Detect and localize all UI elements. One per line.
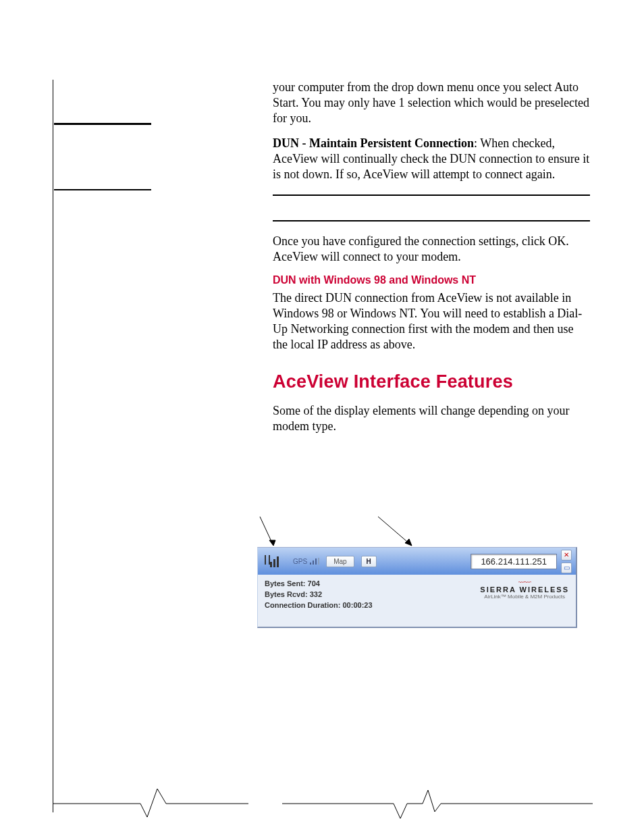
- dun98-paragraph: The direct DUN connection from AceView i…: [273, 290, 590, 353]
- gps-indicator: GPS: [293, 556, 321, 566]
- conn-duration-label: Connection Duration:: [265, 601, 340, 609]
- conn-duration-row: Connection Duration: 00:00:23: [265, 600, 373, 611]
- aceview-window: GPS Map H 166.214.111.251 ✕ ▭ Bytes Sent…: [257, 547, 577, 628]
- brand-name: SIERRA WIRELESS: [480, 586, 569, 594]
- minimize-button[interactable]: ▭: [561, 563, 572, 573]
- svg-rect-8: [315, 558, 317, 565]
- bytes-rcvd-row: Bytes Rcvd: 332: [265, 590, 373, 600]
- footer-heartbeat-icon: [53, 783, 593, 824]
- gps-signal-icon: [308, 556, 321, 566]
- bytes-rcvd-label: Bytes Rcvd:: [265, 590, 308, 598]
- h-button[interactable]: H: [361, 556, 377, 567]
- aceview-body: Bytes Sent: 704 Bytes Rcvd: 332 Connecti…: [258, 575, 576, 614]
- map-button[interactable]: Map: [326, 556, 354, 567]
- brand-subtitle: AirLink™ Mobile & M2M Products: [480, 594, 569, 600]
- window-buttons: ✕ ▭: [561, 550, 572, 573]
- dun-label: DUN - Maintain Persistent Connection: [273, 136, 474, 150]
- gps-label: GPS: [293, 558, 307, 565]
- intro-paragraph: your computer from the drop down menu on…: [273, 80, 590, 126]
- section-rule-top: [273, 194, 590, 196]
- svg-rect-7: [313, 561, 314, 565]
- svg-marker-1: [269, 540, 275, 546]
- ip-address-field[interactable]: 166.214.111.251: [471, 554, 557, 569]
- vertical-rule: [53, 80, 53, 812]
- page: your computer from the drop down menu on…: [0, 0, 644, 834]
- signal-icon: [263, 554, 279, 569]
- bytes-rcvd-value: 332: [310, 590, 322, 598]
- side-rule-1: [54, 123, 151, 125]
- bytes-sent-label: Bytes Sent:: [265, 579, 306, 588]
- connection-stats: Bytes Sent: 704 Bytes Rcvd: 332 Connecti…: [265, 579, 373, 611]
- conn-duration-value: 00:00:23: [343, 601, 373, 609]
- svg-rect-9: [318, 558, 319, 565]
- aceview-toolbar: GPS Map H 166.214.111.251 ✕ ▭: [258, 548, 576, 575]
- main-content: your computer from the drop down menu on…: [273, 80, 590, 444]
- features-paragraph: Some of the display elements will change…: [273, 403, 590, 434]
- section-rule-bottom: [273, 220, 590, 221]
- svg-marker-3: [405, 539, 412, 546]
- bytes-sent-row: Bytes Sent: 704: [265, 579, 373, 590]
- dun98-heading: DUN with Windows 98 and Windows NT: [273, 274, 590, 286]
- after-rule-paragraph: Once you have configured the connection …: [273, 234, 590, 265]
- main-heading: AceView Interface Features: [273, 371, 590, 392]
- close-button[interactable]: ✕: [561, 550, 572, 561]
- svg-rect-6: [310, 563, 311, 565]
- bytes-sent-value: 704: [308, 579, 320, 588]
- dun-paragraph: DUN - Maintain Persistent Connection: Wh…: [273, 136, 590, 182]
- side-rule-2: [54, 189, 151, 190]
- brand-block: 〰〰 SIERRA WIRELESS AirLink™ Mobile & M2M…: [480, 579, 569, 600]
